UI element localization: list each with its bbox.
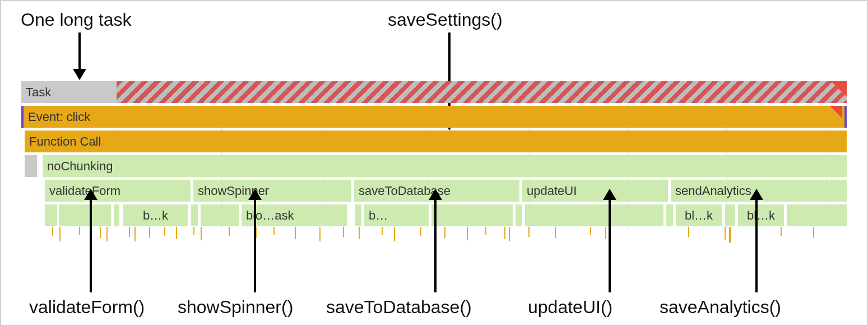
arrow-updateui [593, 189, 626, 292]
chip-label: b… [364, 208, 388, 223]
tick [176, 227, 177, 239]
tick [688, 227, 689, 237]
task-label: Task [21, 85, 51, 100]
tick [193, 227, 194, 235]
event-label: Event: click [24, 110, 90, 124]
row-task: Task [21, 81, 847, 103]
annotation-savetodatabase: saveToDatabase() [326, 297, 472, 318]
tick [164, 227, 165, 236]
long-task-triangle-icon [831, 81, 847, 97]
annotation-long-task: One long task [21, 10, 131, 30]
chip-blk3[interactable]: bl…k [676, 204, 722, 226]
tick [813, 227, 814, 238]
svg-marker-7 [248, 189, 262, 200]
showspinner-bar[interactable]: showSpinner [193, 180, 351, 202]
chip[interactable] [725, 204, 735, 226]
annotation-saveanalytics: saveAnalytics() [660, 297, 781, 318]
svg-marker-9 [429, 189, 442, 200]
svg-marker-13 [750, 189, 763, 200]
tick [295, 227, 296, 239]
svg-marker-1 [73, 69, 86, 80]
diagram-frame: One long task saveSettings() Task [0, 0, 868, 326]
grey-chip-leading[interactable] [25, 155, 37, 177]
tick [273, 227, 275, 235]
arrow-savetodatabase [419, 189, 452, 292]
chip[interactable] [45, 204, 57, 226]
chip-label: b…k [143, 208, 168, 223]
row-function-call: Function Call [21, 131, 847, 152]
tick [555, 227, 556, 238]
arrow-validateform [74, 189, 108, 292]
chip[interactable] [666, 204, 673, 226]
task-bar-hatched[interactable] [117, 81, 847, 103]
annotation-validateform: validateForm() [29, 297, 145, 318]
event-triangle-icon [830, 106, 842, 118]
tick [504, 227, 505, 239]
chip-bk1[interactable]: b…k [123, 204, 188, 226]
tick [319, 227, 321, 241]
nochunking-label: noChunking [43, 159, 113, 174]
tick [394, 227, 395, 241]
tick [52, 227, 53, 236]
validateform-bar[interactable]: validateForm [45, 180, 191, 202]
tick [382, 227, 383, 235]
annotation-updateui: updateUI() [528, 297, 612, 318]
row-event: Event: click [21, 106, 847, 128]
tick [229, 227, 230, 236]
annotation-showspinner: showSpinner() [178, 297, 293, 318]
updateui-label: updateUI [522, 184, 577, 198]
chip-label: bl…k [685, 208, 713, 223]
svg-marker-5 [84, 189, 98, 200]
tick [729, 227, 731, 243]
arrow-saveanalytics [740, 189, 773, 292]
function-call-label: Function Call [25, 134, 101, 149]
tick [485, 227, 486, 235]
tick [590, 227, 591, 235]
function-call-bar[interactable]: Function Call [25, 131, 847, 152]
tick [201, 227, 202, 240]
tick [781, 227, 782, 236]
tick [129, 227, 130, 237]
event-bar[interactable]: Event: click [21, 106, 847, 128]
chip[interactable] [114, 204, 119, 226]
tick [725, 227, 726, 240]
chip[interactable] [516, 204, 522, 226]
task-bar-grey[interactable]: Task [21, 81, 117, 103]
tick [59, 227, 61, 241]
chip[interactable] [191, 204, 198, 226]
chip[interactable] [787, 204, 847, 226]
chip[interactable] [201, 204, 239, 226]
svg-marker-11 [603, 189, 616, 200]
tick [359, 227, 360, 239]
chip[interactable] [355, 204, 361, 226]
tick [149, 227, 150, 238]
tick [528, 227, 530, 237]
tick [134, 227, 136, 241]
arrow-showspinner [238, 189, 272, 292]
tick [467, 227, 468, 240]
tick [343, 227, 344, 237]
arrow-long-task [63, 32, 96, 83]
row-nochunking: noChunking [21, 155, 847, 177]
tick [509, 227, 510, 241]
nochunking-bar[interactable]: noChunking [43, 155, 847, 177]
annotation-save-settings: saveSettings() [388, 10, 503, 30]
